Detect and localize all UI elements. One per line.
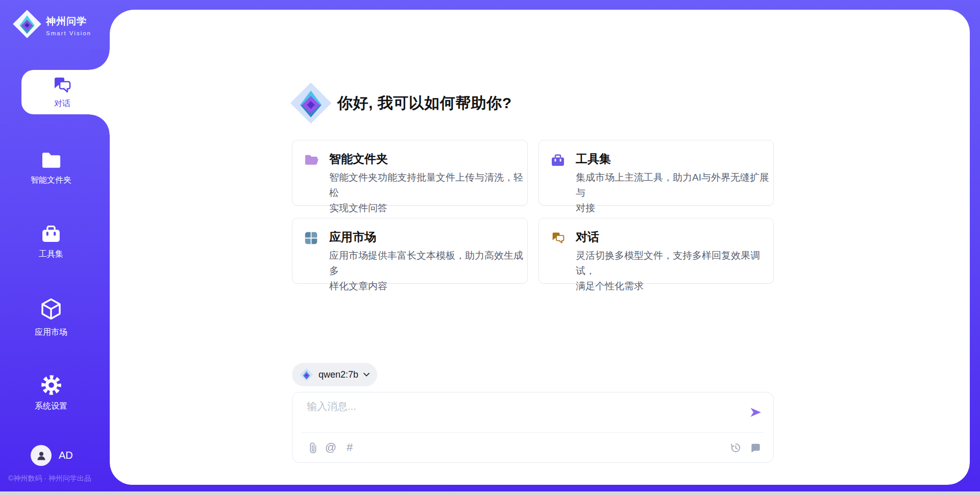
greeting-diamond-icon — [289, 82, 332, 125]
brand-subtitle: Smart Vision — [46, 30, 91, 36]
card-smart-folder[interactable]: 智能文件夹 智能文件夹功能支持批量文件上传与清洗，轻松 实现文件问答 — [292, 140, 528, 206]
briefcase-icon — [40, 223, 62, 244]
history-icon — [730, 442, 742, 454]
sidebar-item-label: 应用市场 — [0, 327, 102, 338]
card-title: 应用市场 — [329, 229, 376, 245]
send-button[interactable] — [748, 406, 763, 419]
main-content-panel: 你好, 我可以如何帮助你? 智能文件夹 智能文件夹功能支持批量文件上传与清洗，轻… — [110, 10, 970, 485]
card-title: 对话 — [576, 229, 599, 245]
composer-divider — [302, 432, 764, 433]
user-name: AD — [59, 450, 73, 461]
card-description: 智能文件夹功能支持批量文件上传与清洗，轻松 实现文件问答 — [329, 170, 523, 216]
topic-button[interactable]: # — [344, 441, 356, 454]
chat-filled-icon — [750, 442, 762, 454]
briefcase-icon — [550, 153, 566, 167]
composer-toolbar-right — [729, 441, 762, 454]
cube-icon — [39, 296, 63, 322]
model-diamond-icon — [300, 368, 313, 382]
card-chat[interactable]: 对话 灵活切换多模型文件，支持多样回复效果调试， 满足个性化需求 — [538, 218, 774, 284]
chat-bubbles-icon — [52, 75, 73, 95]
sidebar-item-label: 工具集 — [0, 249, 102, 260]
message-composer: @ # — [292, 392, 774, 463]
copyright-footer: ©神州数码 · 神州问学出品 — [8, 474, 91, 483]
hash-icon: # — [347, 441, 353, 454]
app-logo[interactable]: 神州问学 Smart Vision — [12, 9, 91, 39]
greeting-title: 你好, 我可以如何帮助你? — [337, 93, 512, 114]
sidebar-item-settings[interactable]: 系统设置 — [0, 374, 102, 412]
card-description: 集成市场上主流工具，助力AI与外界无缝扩展与 对接 — [576, 170, 770, 216]
sidebar-item-label: 系统设置 — [0, 401, 102, 412]
attach-button[interactable] — [306, 441, 318, 454]
chat-bubbles-icon — [550, 231, 566, 245]
sidebar-item-chat[interactable]: 对话 — [21, 70, 110, 114]
mention-button[interactable]: @ — [325, 441, 337, 454]
sidebar-item-label: 对话 — [21, 98, 103, 109]
card-description: 灵活切换多模型文件，支持多样回复效果调试， 满足个性化需求 — [576, 248, 770, 294]
history-button[interactable] — [729, 441, 742, 454]
composer-toolbar-left: @ # — [306, 441, 356, 454]
card-app-market[interactable]: 应用市场 应用市场提供丰富长文本模板，助力高效生成多 样化文章内容 — [292, 218, 528, 284]
folder-open-icon — [304, 153, 320, 167]
send-icon — [748, 406, 763, 419]
sidebar-item-folder[interactable]: 智能文件夹 — [0, 150, 102, 186]
person-icon — [35, 450, 47, 462]
card-title: 智能文件夹 — [329, 151, 388, 167]
at-icon: @ — [325, 441, 336, 454]
folder-icon — [40, 150, 62, 170]
brand-name: 神州问学 — [46, 15, 91, 28]
chevron-down-icon — [362, 370, 371, 379]
brand-diamond-icon — [12, 9, 42, 39]
sidebar: 神州问学 Smart Vision 对话 智能文件夹 工具集 — [0, 0, 110, 495]
card-toolset[interactable]: 工具集 集成市场上主流工具，助力AI与外界无缝扩展与 对接 — [538, 140, 774, 206]
horizontal-scrollbar[interactable] — [0, 491, 980, 495]
gear-icon — [40, 374, 62, 396]
user-account[interactable]: AD — [31, 445, 73, 466]
greeting: 你好, 我可以如何帮助你? — [289, 82, 512, 125]
paperclip-icon — [307, 441, 317, 454]
feature-cards: 智能文件夹 智能文件夹功能支持批量文件上传与清洗，轻松 实现文件问答 工具集 集… — [292, 140, 774, 284]
sidebar-item-toolset[interactable]: 工具集 — [0, 223, 102, 260]
tab-fillet-bottom — [89, 114, 110, 135]
model-name: qwen2:7b — [318, 369, 358, 380]
tab-fillet-top — [89, 50, 110, 70]
card-description: 应用市场提供丰富长文本模板，助力高效生成多 样化文章内容 — [329, 248, 523, 294]
card-title: 工具集 — [576, 151, 611, 167]
sidebar-item-market[interactable]: 应用市场 — [0, 296, 102, 338]
grid-icon — [304, 231, 318, 245]
model-selector[interactable]: qwen2:7b — [292, 363, 377, 386]
sidebar-item-label: 智能文件夹 — [0, 175, 102, 186]
chat-log-button[interactable] — [749, 441, 762, 454]
avatar — [31, 445, 52, 466]
message-input[interactable] — [307, 400, 741, 429]
